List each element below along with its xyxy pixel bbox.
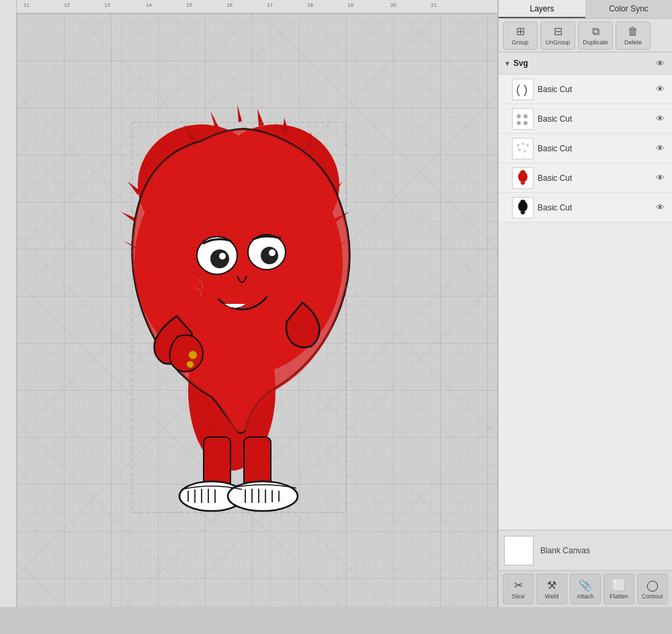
blank-canvas-section[interactable]: Blank Canvas bbox=[499, 530, 672, 570]
layer-thumbnail-3 bbox=[512, 138, 534, 159]
toolbar-row: ⊞ Group ⊟ UnGroup ⧉ Duplicate 🗑 Delete bbox=[499, 19, 672, 52]
tab-layers[interactable]: Layers bbox=[499, 0, 585, 18]
ruler-mark: 14 bbox=[146, 2, 152, 8]
svg-point-46 bbox=[517, 121, 521, 125]
layer-item[interactable]: ( ) Basic Cut 👁 bbox=[499, 75, 672, 104]
ruler-mark: 19 bbox=[347, 2, 353, 8]
canvas-area: 11 12 13 14 15 16 17 18 19 20 21 bbox=[0, 0, 497, 607]
svg-point-56 bbox=[520, 200, 526, 205]
svg-text:(  ): ( ) bbox=[516, 83, 528, 96]
ruler-mark: 12 bbox=[64, 2, 70, 8]
contour-icon: ◯ bbox=[646, 579, 659, 592]
slice-button[interactable]: ✂ Slice bbox=[503, 573, 534, 604]
ruler-mark: 11 bbox=[24, 2, 30, 8]
svg-point-26 bbox=[187, 361, 194, 368]
bottom-toolbar: ✂ Slice ⚒ Weld 📎 Attach ⬜ Flatten ◯ Cont… bbox=[499, 570, 672, 607]
layer-thumbnail-1: ( ) bbox=[512, 79, 534, 100]
ungroup-icon: ⊟ bbox=[554, 25, 562, 38]
layer-visibility-toggle-1[interactable]: 👁 bbox=[653, 83, 667, 96]
delete-icon: 🗑 bbox=[628, 26, 638, 38]
group-label: Group bbox=[511, 39, 528, 46]
ruler-mark: 13 bbox=[104, 2, 110, 8]
character-container bbox=[71, 67, 407, 538]
character-svg bbox=[77, 74, 400, 531]
tab-color-sync[interactable]: Color Sync bbox=[585, 0, 672, 18]
layer-name-3: Basic Cut bbox=[538, 144, 649, 153]
svg-marker-15 bbox=[237, 104, 242, 122]
group-icon: ⊞ bbox=[516, 25, 525, 38]
svg-point-47 bbox=[523, 121, 528, 125]
ruler-mark: 18 bbox=[307, 2, 313, 8]
canvas-white bbox=[17, 13, 497, 607]
tabs-row: Layers Color Sync bbox=[499, 0, 672, 19]
layer-name-1: Basic Cut bbox=[538, 85, 649, 94]
group-button[interactable]: ⊞ Group bbox=[503, 22, 538, 50]
ruler-mark: 15 bbox=[186, 2, 192, 8]
svg-group-label: Svg bbox=[513, 58, 650, 68]
layer-visibility-toggle-5[interactable]: 👁 bbox=[653, 201, 667, 214]
svg-group-header[interactable]: ▼ Svg 👁 bbox=[499, 52, 672, 75]
attach-icon: 📎 bbox=[579, 579, 592, 592]
svg-point-52 bbox=[523, 150, 526, 153]
ungroup-button[interactable]: ⊟ UnGroup bbox=[540, 22, 575, 50]
flatten-icon: ⬜ bbox=[612, 579, 626, 592]
svg-point-49 bbox=[521, 143, 524, 145]
weld-button[interactable]: ⚒ Weld bbox=[536, 573, 567, 604]
ruler-mark: 17 bbox=[267, 2, 273, 8]
svg-point-23 bbox=[261, 247, 278, 264]
blank-canvas-label: Blank Canvas bbox=[540, 546, 590, 555]
svg-point-22 bbox=[219, 253, 226, 260]
duplicate-icon: ⧉ bbox=[592, 26, 599, 38]
svg-point-21 bbox=[210, 249, 229, 268]
contour-button[interactable]: ◯ Contour bbox=[637, 573, 668, 604]
layers-list: ▼ Svg 👁 ( ) Basic Cut 👁 bbox=[499, 52, 672, 530]
svg-point-51 bbox=[518, 149, 521, 151]
svg-point-48 bbox=[517, 144, 519, 147]
layer-item[interactable]: Basic Cut 👁 bbox=[499, 104, 672, 134]
layer-thumbnail-4 bbox=[512, 167, 534, 189]
layer-thumbnail-5 bbox=[512, 197, 534, 219]
svg-point-24 bbox=[269, 249, 276, 256]
layer-item[interactable]: Basic Cut 👁 bbox=[499, 193, 672, 223]
attach-button[interactable]: 📎 Attach bbox=[570, 573, 601, 604]
weld-label: Weld bbox=[545, 593, 558, 600]
svg-point-25 bbox=[189, 351, 197, 359]
weld-icon: ⚒ bbox=[547, 579, 556, 592]
ruler-mark: 16 bbox=[226, 2, 233, 8]
svg-point-54 bbox=[520, 170, 526, 175]
delete-label: Delete bbox=[624, 39, 642, 46]
layer-name-5: Basic Cut bbox=[538, 203, 649, 212]
ruler-mark: 20 bbox=[390, 2, 396, 8]
layer-visibility-toggle-3[interactable]: 👁 bbox=[653, 142, 667, 155]
ruler-mark: 21 bbox=[431, 2, 437, 8]
left-ruler bbox=[0, 0, 17, 607]
blank-canvas-thumbnail bbox=[504, 536, 534, 565]
layer-item[interactable]: Basic Cut 👁 bbox=[499, 134, 672, 163]
svg-point-45 bbox=[523, 114, 528, 118]
slice-icon: ✂ bbox=[514, 579, 523, 592]
delete-button[interactable]: 🗑 Delete bbox=[616, 22, 650, 50]
ungroup-label: UnGroup bbox=[546, 39, 571, 46]
svg-point-35 bbox=[228, 481, 298, 511]
layer-item[interactable]: Basic Cut 👁 bbox=[499, 163, 672, 193]
svg-point-50 bbox=[526, 144, 529, 147]
flatten-button[interactable]: ⬜ Flatten bbox=[603, 573, 634, 604]
svg-group-visibility-toggle[interactable]: 👁 bbox=[653, 56, 667, 70]
duplicate-button[interactable]: ⧉ Duplicate bbox=[578, 22, 613, 50]
flatten-label: Flatten bbox=[610, 593, 628, 600]
contour-label: Contour bbox=[642, 593, 663, 600]
layer-name-4: Basic Cut bbox=[538, 173, 649, 183]
top-ruler: 11 12 13 14 15 16 17 18 19 20 21 bbox=[17, 0, 497, 13]
group-collapse-arrow: ▼ bbox=[504, 60, 511, 67]
right-panel: Layers Color Sync ⊞ Group ⊟ UnGroup ⧉ Du… bbox=[497, 0, 672, 607]
attach-label: Attach bbox=[577, 593, 594, 600]
duplicate-label: Duplicate bbox=[583, 39, 608, 46]
svg-point-44 bbox=[517, 114, 521, 118]
layer-visibility-toggle-2[interactable]: 👁 bbox=[653, 112, 667, 126]
layer-name-2: Basic Cut bbox=[538, 114, 649, 124]
layer-thumbnail-2 bbox=[512, 108, 534, 130]
layer-visibility-toggle-4[interactable]: 👁 bbox=[653, 171, 667, 185]
slice-label: Slice bbox=[511, 593, 525, 600]
svg-marker-16 bbox=[257, 109, 264, 126]
